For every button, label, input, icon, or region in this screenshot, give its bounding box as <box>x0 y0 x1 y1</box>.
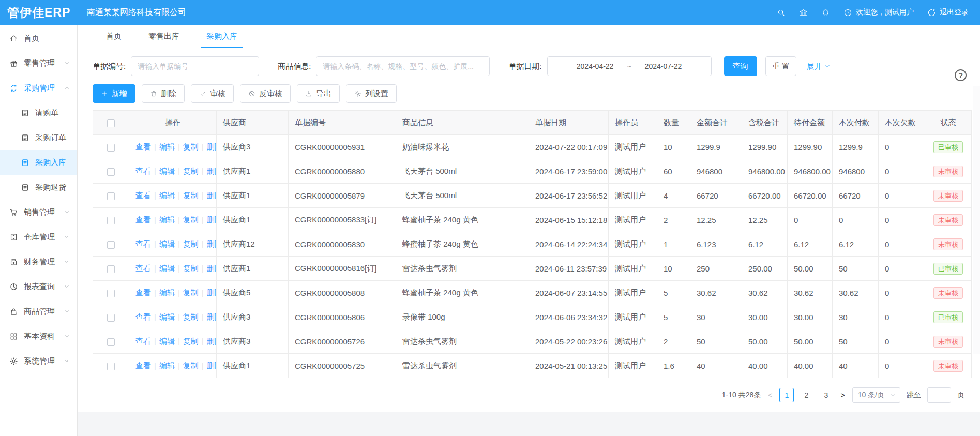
column-settings-button[interactable]: 列设置 <box>346 84 397 103</box>
action-delete-link[interactable]: 删除 <box>207 288 217 297</box>
logout-button[interactable]: 退出登录 <box>927 8 969 17</box>
action-edit-link[interactable]: 编辑 <box>159 167 175 175</box>
action-view-link[interactable]: 查看 <box>135 312 151 321</box>
action-delete-link[interactable]: 删除 <box>207 264 217 273</box>
row-checkbox[interactable] <box>107 265 115 273</box>
action-view-link[interactable]: 查看 <box>135 215 151 224</box>
action-copy-link[interactable]: 复制 <box>183 239 199 248</box>
delete-button[interactable]: 删除 <box>142 84 185 103</box>
expand-link[interactable]: 展开 <box>807 62 831 71</box>
action-delete-link[interactable]: 删除 <box>207 312 217 321</box>
action-view-link[interactable]: 查看 <box>135 239 151 248</box>
page-number-3[interactable]: 3 <box>819 388 833 402</box>
tab-home[interactable]: 首页 <box>93 25 135 48</box>
date-range-picker[interactable]: 2024-04-22 ~ 2024-07-22 <box>547 56 712 76</box>
supplier-cell: 供应商1 <box>217 159 289 184</box>
tab-retail-outbound[interactable]: 零售出库 <box>135 25 193 48</box>
product-info-input[interactable] <box>316 56 490 76</box>
action-delete-link[interactable]: 删除 <box>207 167 217 175</box>
add-button[interactable]: 新增 <box>93 84 135 103</box>
sidebar-item-purchase-inbound[interactable]: 采购入库 <box>0 150 77 175</box>
action-view-link[interactable]: 查看 <box>135 361 151 370</box>
sidebar-item-home[interactable]: 首页 <box>0 26 77 51</box>
sidebar-item-purchase-request[interactable]: 请购单 <box>0 100 77 125</box>
sidebar-item-warehouse-mgmt[interactable]: 仓库管理 <box>0 224 77 249</box>
tab-purchase-inbound[interactable]: 采购入库 <box>193 25 251 48</box>
row-checkbox[interactable] <box>107 217 115 224</box>
sidebar-item-report-query[interactable]: 报表查询 <box>0 274 77 299</box>
row-checkbox[interactable] <box>107 144 115 152</box>
action-view-link[interactable]: 查看 <box>135 337 151 345</box>
action-delete-link[interactable]: 删除 <box>207 239 217 248</box>
action-view-link[interactable]: 查看 <box>135 167 151 175</box>
action-copy-link[interactable]: 复制 <box>183 191 199 200</box>
action-edit-link[interactable]: 编辑 <box>159 142 175 151</box>
unaudit-button[interactable]: 反审核 <box>240 84 291 103</box>
action-copy-link[interactable]: 复制 <box>183 167 199 175</box>
action-edit-link[interactable]: 编辑 <box>159 337 175 345</box>
action-copy-link[interactable]: 复制 <box>183 361 199 370</box>
page-size-select[interactable]: 10 条/页 <box>852 387 900 403</box>
action-view-link[interactable]: 查看 <box>135 264 151 273</box>
next-page-button[interactable]: > <box>839 391 846 399</box>
row-checkbox[interactable] <box>107 314 115 322</box>
sidebar-item-purchase-mgmt[interactable]: 采购管理 <box>0 76 77 100</box>
action-delete-link[interactable]: 删除 <box>207 142 217 151</box>
action-copy-link[interactable]: 复制 <box>183 215 199 224</box>
action-view-link[interactable]: 查看 <box>135 191 151 200</box>
action-delete-link[interactable]: 删除 <box>207 361 217 370</box>
audit-button[interactable]: 审核 <box>191 84 234 103</box>
sidebar-item-purchase-order[interactable]: 采购订单 <box>0 125 77 150</box>
search-icon[interactable] <box>777 8 786 17</box>
page-number-2[interactable]: 2 <box>799 388 813 402</box>
row-checkbox[interactable] <box>107 290 115 297</box>
row-checkbox[interactable] <box>107 241 115 249</box>
sidebar-item-retail-mgmt[interactable]: 零售管理 <box>0 51 77 76</box>
action-edit-link[interactable]: 编辑 <box>159 239 175 248</box>
sidebar-item-purchase-return[interactable]: 采购退货 <box>0 175 77 200</box>
action-separator: | <box>178 215 180 224</box>
action-delete-link[interactable]: 删除 <box>207 215 217 224</box>
row-checkbox[interactable] <box>107 363 115 370</box>
bank-icon[interactable] <box>799 8 808 17</box>
action-delete-link[interactable]: 删除 <box>207 191 217 200</box>
query-button[interactable]: 查询 <box>724 56 757 76</box>
action-view-link[interactable]: 查看 <box>135 142 151 151</box>
welcome-user[interactable]: 欢迎您，测试用户 <box>843 8 914 17</box>
action-edit-link[interactable]: 编辑 <box>159 191 175 200</box>
reset-button[interactable]: 重 置 <box>765 56 796 76</box>
order-no-input[interactable] <box>131 56 259 76</box>
action-view-link[interactable]: 查看 <box>135 288 151 297</box>
action-copy-link[interactable]: 复制 <box>183 337 199 345</box>
action-copy-link[interactable]: 复制 <box>183 312 199 321</box>
action-delete-link[interactable]: 删除 <box>207 337 217 345</box>
select-all-checkbox[interactable] <box>107 119 115 127</box>
help-icon[interactable]: ? <box>955 69 967 81</box>
page-number-1[interactable]: 1 <box>779 388 794 402</box>
action-copy-link[interactable]: 复制 <box>183 288 199 297</box>
row-checkbox[interactable] <box>107 192 115 200</box>
sidebar-item-sales-mgmt[interactable]: 销售管理 <box>0 200 77 224</box>
row-checkbox[interactable] <box>107 168 115 176</box>
action-edit-link[interactable]: 编辑 <box>159 215 175 224</box>
action-edit-link[interactable]: 编辑 <box>159 361 175 370</box>
action-copy-link[interactable]: 复制 <box>183 264 199 273</box>
action-edit-link[interactable]: 编辑 <box>159 264 175 273</box>
sidebar-item-basic-data[interactable]: 基本资料 <box>0 324 77 349</box>
sidebar-item-finance-mgmt[interactable]: 财务管理 <box>0 249 77 274</box>
supplier-cell: 供应商3 <box>217 135 289 159</box>
bell-icon[interactable] <box>821 8 830 17</box>
cell: 查看|编辑|复制|删除 <box>129 329 217 354</box>
export-button[interactable]: 导出 <box>297 84 340 103</box>
row-checkbox[interactable] <box>107 338 115 346</box>
action-edit-link[interactable]: 编辑 <box>159 288 175 297</box>
action-edit-link[interactable]: 编辑 <box>159 312 175 321</box>
sidebar-item-system-mgmt[interactable]: 系统管理 <box>0 349 77 373</box>
prev-page-button[interactable]: < <box>767 391 773 399</box>
sidebar-item-goods-mgmt[interactable]: 商品管理 <box>0 299 77 324</box>
jump-page-input[interactable] <box>927 387 951 403</box>
table-scrollbar-track[interactable] <box>973 86 980 354</box>
action-copy-link[interactable]: 复制 <box>183 142 199 151</box>
payable-cell: 50.00 <box>788 329 833 354</box>
welcome-text: 欢迎您，测试用户 <box>856 8 914 17</box>
